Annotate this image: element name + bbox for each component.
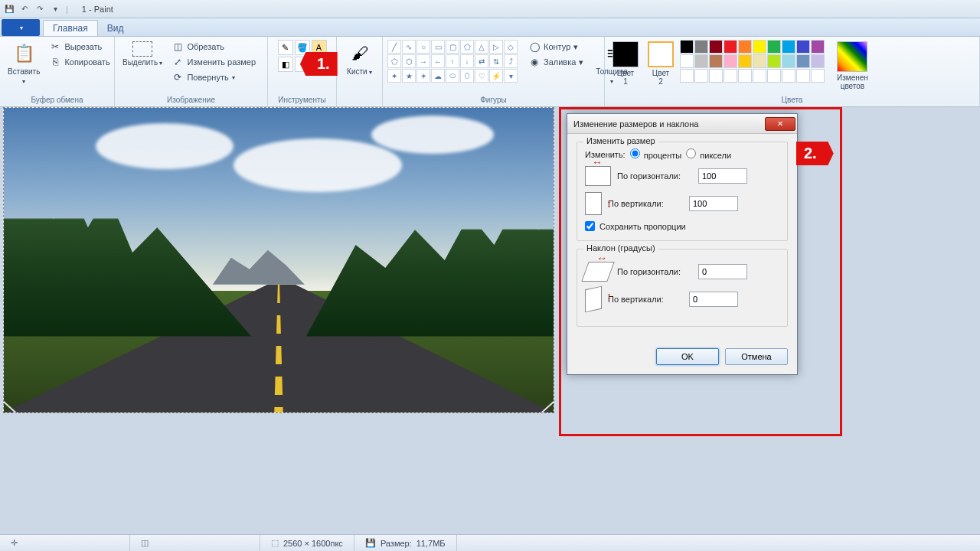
rotate-button[interactable]: ⟳Повернуть ▾ — [168, 70, 259, 84]
resize-v-input[interactable] — [689, 196, 738, 211]
keep-aspect-label: Сохранить пропорции — [599, 222, 686, 231]
dialog-title: Изменение размеров и наклона — [573, 119, 698, 129]
group-label-brushes — [341, 104, 377, 105]
palette-swatch[interactable] — [724, 40, 737, 54]
callout-2: 2. — [796, 142, 834, 165]
palette-swatch[interactable] — [738, 40, 752, 54]
crop-icon: ◫ — [172, 41, 184, 53]
color2-button[interactable]: Цвет 2 — [645, 40, 677, 87]
palette-swatch[interactable] — [738, 54, 752, 68]
palette-swatch[interactable] — [694, 54, 708, 68]
outline-button[interactable]: ◯Контур ▾ — [525, 40, 586, 54]
skew-fieldset: Наклон (градусы) По горизонтали: По верт… — [577, 249, 788, 327]
scissors-icon: ✂ — [49, 41, 61, 53]
brush-icon: 🖌 — [348, 41, 372, 66]
save-icon[interactable]: 💾 — [3, 3, 15, 15]
palette-swatch[interactable] — [796, 54, 810, 68]
resize-legend: Изменить размер — [583, 136, 658, 145]
palette-swatch[interactable] — [796, 40, 810, 54]
cancel-button[interactable]: Отмена — [725, 348, 788, 365]
group-label-shapes: Фигуры — [387, 96, 599, 105]
skew-v-input[interactable] — [689, 292, 738, 307]
palette-swatch[interactable] — [724, 54, 737, 68]
palette-swatch[interactable] — [811, 40, 825, 54]
palette-swatch[interactable] — [782, 69, 795, 83]
resize-h-input[interactable] — [698, 168, 747, 184]
skew-h-icon — [581, 262, 614, 282]
group-label-colors: Цвета — [609, 96, 975, 105]
keep-aspect-checkbox[interactable] — [585, 221, 595, 231]
dialog-titlebar[interactable]: Изменение размеров и наклона ✕ — [567, 114, 797, 134]
tab-view[interactable]: Вид — [98, 21, 133, 36]
resize-button[interactable]: ⤢Изменить размер — [168, 55, 259, 69]
color-palette[interactable] — [680, 40, 825, 83]
select-button[interactable]: Выделить — [119, 40, 165, 69]
fill-button[interactable]: ◉Заливка ▾ — [525, 55, 586, 69]
radio-pixels[interactable]: пиксели — [686, 148, 731, 160]
redo-icon[interactable]: ↷ — [34, 3, 46, 15]
resize-v-icon — [585, 192, 602, 215]
palette-swatch[interactable] — [767, 54, 781, 68]
palette-swatch[interactable] — [724, 69, 737, 83]
quick-access-toolbar: 💾 ↶ ↷ ▾ — [3, 3, 61, 15]
palette-swatch[interactable] — [753, 69, 766, 83]
crop-button[interactable]: ◫Обрезать — [168, 40, 259, 54]
color1-swatch — [612, 41, 639, 67]
tab-home[interactable]: Главная — [43, 20, 98, 36]
palette-swatch[interactable] — [680, 54, 694, 68]
palette-swatch[interactable] — [694, 40, 708, 54]
shapes-gallery[interactable]: ╱∿○▭▢⬠△▷◇ ⬠⬡→←↑↓⇄⇅⤴ ✦★✶☁⬭⬯♡⚡▾ — [387, 40, 518, 83]
palette-swatch[interactable] — [753, 54, 766, 68]
undo-icon[interactable]: ↶ — [18, 3, 31, 15]
title-bar: 💾 ↶ ↷ ▾ | 1 - Paint — [0, 0, 980, 18]
rotate-icon: ⟳ — [172, 71, 184, 83]
separator: | — [66, 5, 68, 14]
resize-v-label: По вертикали: — [608, 199, 683, 208]
eraser-tool[interactable]: ◧ — [278, 57, 293, 72]
qat-dropdown-icon[interactable]: ▾ — [49, 3, 61, 15]
palette-swatch[interactable] — [811, 54, 825, 68]
palette-swatch[interactable] — [753, 40, 766, 54]
palette-swatch[interactable] — [796, 69, 810, 83]
copy-icon: ⎘ — [49, 56, 61, 68]
palette-swatch[interactable] — [709, 69, 723, 83]
status-selection: ◫ — [130, 535, 260, 551]
palette-swatch[interactable] — [680, 69, 694, 83]
group-colors: Цвет 1 Цвет 2 Изменен цветов Цвета — [605, 37, 980, 106]
palette-swatch[interactable] — [811, 69, 825, 83]
status-cursor: ✛ — [0, 535, 130, 551]
resize-icon: ⤢ — [172, 56, 184, 68]
cut-button[interactable]: ✂Вырезать — [46, 40, 113, 54]
resize-h-label: По горизонтали: — [617, 171, 692, 181]
edit-colors-button[interactable]: Изменен цветов — [834, 40, 871, 92]
skew-v-label: По вертикали: — [608, 295, 683, 304]
skew-v-icon — [585, 286, 602, 313]
file-menu-button[interactable] — [2, 19, 40, 36]
palette-swatch[interactable] — [680, 40, 694, 54]
brushes-button[interactable]: 🖌 Кисти — [344, 40, 375, 78]
palette-swatch[interactable] — [694, 69, 708, 83]
color1-button[interactable]: Цвет 1 — [609, 40, 642, 87]
palette-swatch[interactable] — [767, 40, 781, 54]
palette-swatch[interactable] — [738, 69, 752, 83]
dimensions-icon: ⬚ — [271, 538, 279, 548]
paste-button[interactable]: 📋 Вставить — [5, 40, 43, 87]
group-label-tools: Инструменты — [273, 96, 332, 105]
palette-swatch[interactable] — [709, 54, 723, 68]
palette-swatch[interactable] — [782, 54, 795, 68]
radio-percent[interactable]: проценты — [630, 148, 682, 160]
copy-button[interactable]: ⎘Копировать — [46, 55, 113, 69]
window-title: 1 - Paint — [82, 5, 113, 14]
palette-swatch[interactable] — [767, 69, 781, 83]
dialog-close-button[interactable]: ✕ — [765, 117, 795, 131]
group-label-image: Изображение — [119, 96, 263, 105]
palette-swatch[interactable] — [782, 40, 795, 54]
pencil-tool[interactable]: ✎ — [278, 40, 293, 55]
status-dimensions: ⬚2560 × 1600пкс — [260, 535, 354, 551]
skew-h-input[interactable] — [698, 264, 747, 279]
selection-icon: ◫ — [141, 538, 149, 548]
ok-button[interactable]: OK — [656, 348, 719, 365]
group-shapes: ╱∿○▭▢⬠△▷◇ ⬠⬡→←↑↓⇄⇅⤴ ✦★✶☁⬭⬯♡⚡▾ ◯Контур ▾ … — [383, 37, 605, 106]
canvas-image[interactable] — [3, 107, 554, 413]
palette-swatch[interactable] — [709, 40, 723, 54]
